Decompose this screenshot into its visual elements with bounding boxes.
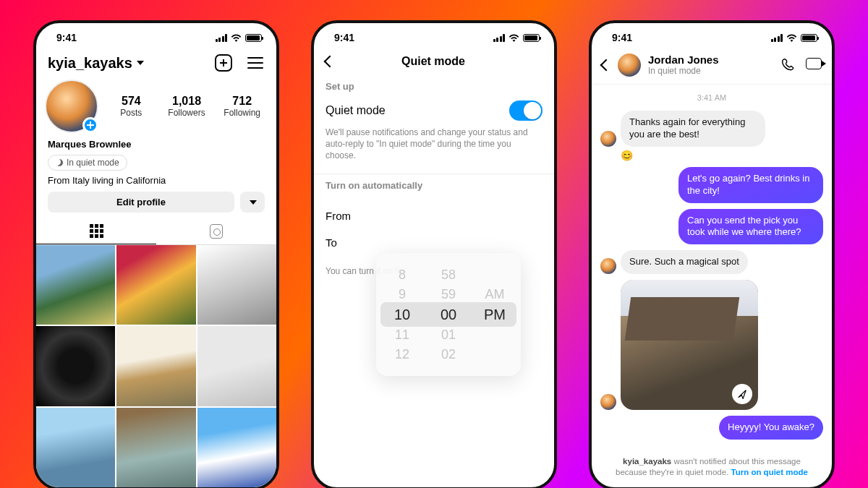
share-button[interactable] (732, 384, 752, 404)
add-story-badge[interactable] (82, 117, 98, 133)
image-message[interactable] (621, 280, 758, 410)
message-bubble[interactable]: Let's go again? Best drinks in the city! (678, 167, 823, 203)
quiet-mode-toggle[interactable] (509, 100, 542, 121)
plus-icon (215, 54, 232, 72)
chevron-down-icon (137, 61, 144, 65)
back-button[interactable] (600, 59, 613, 72)
contact-name: Jordan Jones (648, 54, 719, 67)
to-row[interactable]: To (326, 229, 542, 256)
profile-header-actions (214, 53, 265, 72)
tagged-icon (210, 224, 223, 239)
from-row[interactable]: From (326, 202, 542, 229)
post-thumbnail[interactable] (36, 408, 115, 487)
bio-text: From Italy living in California (48, 175, 265, 186)
posts-count: 574 (109, 95, 154, 108)
status-bar: 9:41 (314, 23, 554, 48)
message-outgoing: Can you send the pick you took while we … (600, 209, 823, 245)
status-time: 9:41 (334, 32, 354, 43)
share-icon (737, 389, 747, 399)
video-call-button[interactable] (806, 58, 822, 69)
stat-following[interactable]: 712 Following (219, 95, 265, 118)
message-incoming: Thanks again for everything you are the … (600, 111, 823, 147)
phone-profile: 9:41 kyia_kayaks 574 Posts 1,018 Followe… (33, 20, 279, 488)
status-time: 9:41 (56, 32, 77, 43)
tab-grid[interactable] (36, 218, 156, 244)
post-thumbnail[interactable] (197, 326, 276, 406)
post-thumbnail[interactable] (197, 408, 276, 487)
chevron-down-icon (250, 200, 257, 205)
stat-posts[interactable]: 574 Posts (109, 95, 154, 118)
battery-icon (523, 34, 540, 42)
page-title: Quiet mode (324, 55, 542, 68)
profile-buttons: Edit profile (36, 192, 276, 218)
post-thumbnail[interactable] (116, 326, 195, 406)
stat-followers[interactable]: 1,018 Followers (164, 95, 210, 118)
avatar[interactable] (45, 80, 98, 133)
quiet-mode-notice: kyia_kayaks wasn't notified about this m… (592, 450, 832, 487)
dm-timestamp: 3:41 AM (600, 90, 823, 105)
message-bubble[interactable]: Can you send the pick you took while we … (678, 209, 823, 245)
grid-icon (90, 224, 103, 238)
message-bubble[interactable]: Thanks again for everything you are the … (621, 111, 765, 147)
cellular-icon (216, 34, 228, 42)
quiet-chip-label: In quiet mode (67, 158, 119, 168)
contact-status: In quiet mode (648, 66, 719, 76)
status-icons (216, 34, 263, 42)
time-picker[interactable]: 8 9 10 11 12 58 59 00 01 02 AM PM (376, 253, 521, 376)
message-incoming: Sure. Such a magical spot (600, 250, 823, 274)
post-thumbnail[interactable] (116, 408, 195, 487)
photo-grid (36, 245, 276, 487)
section-setup-label: Set up (314, 75, 554, 99)
cellular-icon (493, 34, 506, 42)
dm-header: Jordan Jones In quiet mode (592, 48, 832, 85)
sender-avatar[interactable] (600, 131, 616, 147)
status-time: 9:41 (612, 32, 632, 43)
create-button[interactable] (214, 53, 233, 72)
status-icons (771, 34, 818, 42)
bio-section: Marques Brownlee In quiet mode From Ital… (36, 136, 276, 192)
following-count: 712 (219, 95, 265, 108)
picker-hour-selected: 10 (394, 307, 410, 323)
suggestions-button[interactable] (240, 192, 265, 213)
post-thumbnail[interactable] (116, 245, 195, 325)
quiet-mode-row-label: Quiet mode (326, 104, 386, 117)
dm-thread[interactable]: 3:41 AM Thanks again for everything you … (592, 85, 832, 450)
contact-info[interactable]: Jordan Jones In quiet mode (648, 54, 719, 77)
sender-avatar[interactable] (600, 258, 616, 274)
status-icons (493, 34, 540, 42)
post-thumbnail[interactable] (36, 326, 115, 406)
stats-row: 574 Posts 1,018 Followers 712 Following (36, 75, 276, 136)
tab-tagged[interactable] (156, 218, 276, 244)
quiet-mode-description: We'll pause notifications and change you… (314, 125, 554, 174)
post-thumbnail[interactable] (36, 245, 115, 325)
wifi-icon (509, 34, 519, 42)
message-bubble[interactable]: Heyyyy! You awake? (719, 416, 823, 440)
call-button[interactable] (781, 58, 796, 72)
notice-username: kyia_kayaks (623, 457, 671, 466)
sender-avatar[interactable] (600, 394, 616, 410)
username-dropdown[interactable]: kyia_kayaks (48, 55, 144, 72)
wifi-icon (231, 34, 242, 42)
message-bubble[interactable]: Sure. Such a magical spot (621, 250, 748, 274)
battery-icon (245, 34, 262, 42)
menu-button[interactable] (246, 53, 265, 72)
message-reaction[interactable]: 😊 (621, 150, 823, 161)
dm-header-actions (781, 58, 822, 72)
turn-on-quiet-mode-link[interactable]: Turn on quiet mode (731, 468, 807, 476)
posts-label: Posts (109, 108, 154, 118)
followers-count: 1,018 (164, 95, 210, 108)
message-incoming-image (600, 280, 823, 410)
battery-icon (801, 34, 817, 42)
quiet-mode-chip[interactable]: In quiet mode (48, 155, 127, 171)
message-outgoing: Let's go again? Best drinks in the city! (600, 167, 823, 203)
post-thumbnail[interactable] (197, 245, 276, 325)
quiet-mode-toggle-row: Quiet mode (314, 99, 554, 125)
moon-icon (56, 159, 63, 166)
schedule-rows: From To (314, 198, 554, 260)
edit-profile-button[interactable]: Edit profile (48, 192, 234, 213)
profile-tabs (36, 218, 276, 245)
picker-ampm-selected: PM (484, 307, 506, 323)
section-auto-label: Turn on automatically (314, 174, 554, 198)
contact-avatar[interactable] (618, 53, 641, 77)
wifi-icon (786, 34, 797, 42)
